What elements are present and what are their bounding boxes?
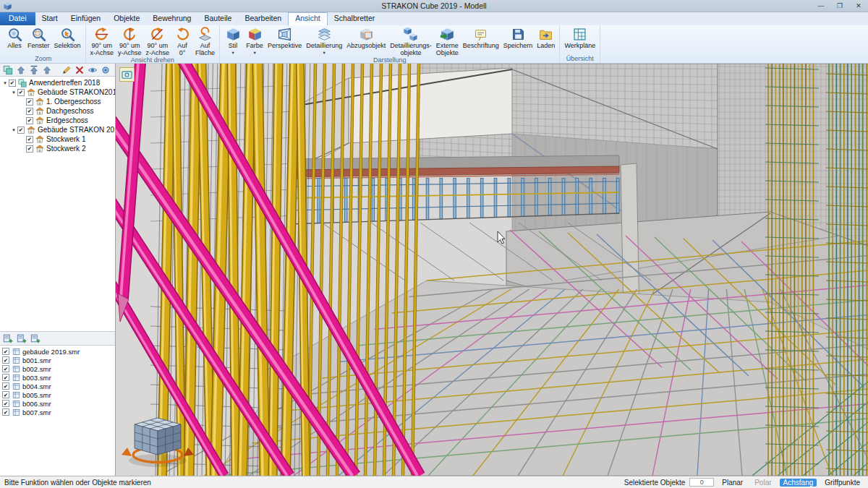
minimize-button[interactable]: — [812, 0, 830, 12]
ribbon-group-zoom: Alles Fenster Selektion Zoom [1, 25, 86, 63]
ribbon-button-werkplaene[interactable]: Werkpläne [562, 25, 597, 50]
ribbon-button-auf-flaeche[interactable]: Auf Fläche [193, 25, 217, 56]
tab-bauteile[interactable]: Bauteile [197, 12, 238, 25]
ribbon-button-laden[interactable]: Laden [535, 25, 557, 50]
file-item[interactable]: b001.smr [0, 356, 115, 364]
model-tree: Anwendertreffen 2018 Gebäude STRAKON2019… [0, 77, 115, 331]
ribbon-button-perspektive[interactable]: Perspektive [265, 25, 304, 50]
ribbon-button-beschriftung[interactable]: Beschriftung [461, 25, 501, 50]
mode-polar[interactable]: Polar [751, 479, 775, 487]
tab-ansicht[interactable]: Ansicht [288, 12, 327, 25]
tree-item-stockwerk-2[interactable]: Stockwerk 2 [0, 144, 115, 153]
button-label: 90° um x-Achse [90, 43, 114, 56]
rotate-x-icon [94, 27, 109, 42]
ribbon-button-selektion[interactable]: Selektion [52, 25, 83, 50]
expander-icon[interactable] [10, 90, 17, 95]
ribbon-button-alles[interactable]: Alles [4, 25, 25, 50]
tab-start[interactable]: Start [35, 12, 64, 25]
file-item[interactable]: b002.smr [0, 364, 115, 373]
ribbon-button-detaillierungsobjekte[interactable]: Detaillierungs- objekte [388, 25, 434, 56]
edit-button[interactable] [60, 64, 72, 76]
tab-bearbeiten[interactable]: Bearbeiten [238, 12, 288, 25]
file-item[interactable]: b004.smr [0, 382, 115, 390]
ribbon-button-speichern[interactable]: Speichern [501, 25, 535, 50]
checkbox[interactable] [26, 98, 33, 106]
checkbox[interactable] [2, 400, 9, 407]
ribbon-button-detaillierung[interactable]: Detaillierung [304, 25, 344, 54]
rotate-z-icon [150, 27, 165, 42]
tree-item-label: Anwendertreffen 2018 [29, 79, 100, 87]
tab-bewehrung[interactable]: Bewehrung [146, 12, 197, 25]
checkbox[interactable] [2, 365, 9, 372]
tree-item-stockwerk-1[interactable]: Stockwerk 1 [0, 134, 115, 144]
level-up-button[interactable] [41, 64, 53, 76]
ribbon-group-display: Stil Farbe Perspektive Detaillierung Abz… [220, 25, 560, 63]
window-title: STRAKON Cube 2019 - Modell [0, 0, 868, 12]
visibility-button[interactable] [86, 64, 98, 76]
checkbox[interactable] [9, 80, 16, 87]
viewport-view-button[interactable] [119, 67, 135, 82]
ribbon-button-farbe[interactable]: Farbe [244, 25, 265, 54]
checkbox[interactable] [2, 382, 9, 390]
checkbox[interactable] [2, 356, 9, 364]
tree-item-label: Erdgeschoss [46, 116, 88, 124]
tab-objekte[interactable]: Objekte [107, 12, 146, 25]
tree-item-building-2019[interactable]: Gebäude STRAKON2019 [0, 87, 115, 97]
tab-datei[interactable]: Datei [0, 12, 35, 25]
maximize-button[interactable]: ❐ [830, 0, 849, 12]
button-label: 90° um y-Achse [118, 43, 142, 56]
tab-einfuegen[interactable]: Einfügen [64, 12, 107, 25]
settings-button[interactable] [99, 64, 111, 76]
tree-item-obergeschoss[interactable]: 1. Obergeschoss [0, 97, 115, 106]
project-structure-button[interactable] [1, 64, 14, 76]
mode-griffpunkte[interactable]: Griffpunkte [821, 479, 864, 487]
file-item[interactable]: b006.smr [0, 399, 115, 408]
add-model-file-button-3[interactable] [29, 333, 41, 344]
checkbox[interactable] [2, 348, 9, 355]
ribbon-group-rotate: 90° um x-Achse 90° um y-Achse 90° um z-A… [86, 25, 221, 63]
move-top-button[interactable] [27, 64, 40, 76]
checkbox[interactable] [2, 374, 9, 381]
checkbox[interactable] [2, 408, 9, 416]
file-item[interactable]: b007.smr [0, 408, 115, 416]
ribbon-button-abzugsobjekt[interactable]: Abzugsobjekt [344, 25, 388, 50]
tree-item-label: Stockwerk 2 [46, 145, 85, 153]
checkbox[interactable] [26, 108, 33, 115]
move-up-button[interactable] [14, 64, 27, 76]
tab-schalbretter[interactable]: Schalbretter [328, 12, 382, 25]
file-list-toolbar [0, 331, 115, 346]
ribbon-button-stil[interactable]: Stil [222, 25, 244, 54]
checkbox[interactable] [26, 136, 33, 143]
ribbon-button-externe-objekte[interactable]: Externe Objekte [434, 25, 461, 56]
ribbon-button-rotate-x[interactable]: 90° um x-Achse [88, 25, 116, 56]
tree-item-erdgeschoss[interactable]: Erdgeschoss [0, 116, 115, 125]
add-model-file-button[interactable] [1, 333, 14, 344]
building-icon [26, 87, 36, 97]
tree-item-building-2018[interactable]: Gebäude STRAKON 2018 [0, 125, 115, 134]
delete-button[interactable] [73, 64, 85, 76]
expander-icon[interactable] [10, 127, 17, 133]
ribbon-button-rotate-z[interactable]: 90° um z-Achse [144, 25, 172, 56]
checkbox[interactable] [2, 391, 9, 398]
model-tree-panel: Anwendertreffen 2018 Gebäude STRAKON2019… [0, 64, 116, 476]
tree-item-dachgeschoss[interactable]: Dachgeschoss [0, 106, 115, 116]
checkbox[interactable] [17, 127, 25, 134]
ribbon-button-rotate-y[interactable]: 90° um y-Achse [116, 25, 144, 56]
ribbon-button-auf-0[interactable]: Auf 0° [171, 25, 193, 56]
3d-scene[interactable] [116, 64, 868, 476]
checkbox[interactable] [17, 89, 25, 96]
file-item[interactable]: gebäude 2019.smr [0, 347, 115, 356]
tree-item-project[interactable]: Anwendertreffen 2018 [0, 78, 115, 87]
mode-achsfang[interactable]: Achsfang [780, 479, 817, 487]
checkbox[interactable] [26, 117, 33, 124]
button-label: Laden [537, 43, 555, 50]
mode-planar[interactable]: Planar [718, 479, 746, 487]
close-button[interactable]: ✕ [849, 0, 868, 12]
add-model-file-button-2[interactable] [15, 333, 27, 344]
checkbox[interactable] [26, 145, 33, 153]
expander-icon[interactable] [1, 80, 9, 86]
3d-viewport[interactable] [116, 64, 868, 476]
ribbon-button-fenster[interactable]: Fenster [25, 25, 52, 50]
file-item[interactable]: b003.smr [0, 373, 115, 382]
file-item[interactable]: b005.smr [0, 390, 115, 399]
